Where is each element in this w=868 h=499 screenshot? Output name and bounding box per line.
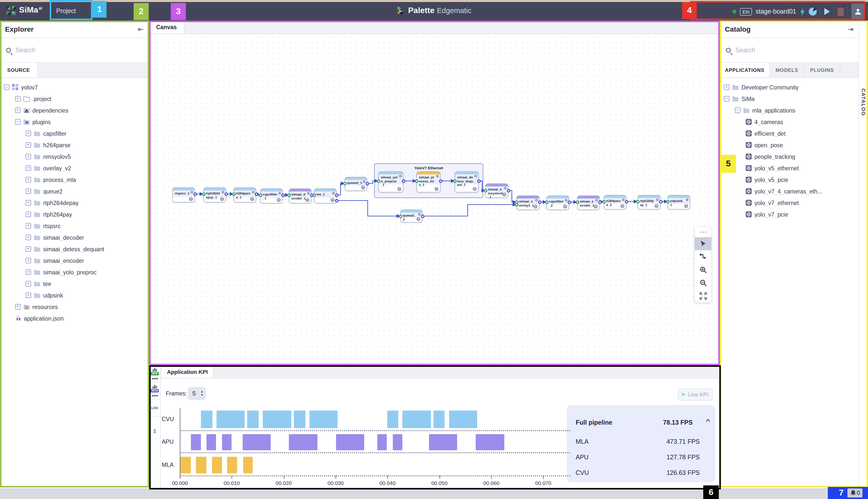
gear-icon[interactable]: ⚙: [436, 174, 439, 178]
connector-icon[interactable]: [695, 250, 711, 263]
output-port[interactable]: [193, 192, 197, 196]
tree-item-application-json[interactable]: application.json: [0, 313, 149, 324]
gear-icon[interactable]: ⚙: [307, 192, 310, 195]
node-udpsink_1[interactable]: udpsink_1 ⚙ ?: [668, 195, 690, 209]
tree-item-people-tracking[interactable]: people_tracking: [720, 151, 858, 162]
gear-icon[interactable]: ⚙: [190, 191, 194, 194]
output-port[interactable]: [477, 179, 481, 183]
fit-screen-icon[interactable]: [695, 290, 711, 303]
run-pipeline-icon[interactable]: [824, 8, 830, 15]
gear-icon[interactable]: ⚙: [595, 198, 598, 202]
expand-icon[interactable]: +: [15, 96, 20, 101]
input-port[interactable]: [575, 200, 579, 204]
help-icon[interactable]: ?: [684, 204, 688, 208]
power-bolt-icon[interactable]: [800, 7, 805, 16]
zoom-out-icon[interactable]: [695, 276, 711, 290]
menu-project[interactable]: Project: [56, 8, 76, 15]
tree-item-yolo-v7-4-cameras-eth-[interactable]: yolo_v7_4_cameras_eth...: [720, 185, 858, 197]
input-port[interactable]: [545, 200, 548, 204]
expand-icon[interactable]: +: [724, 84, 729, 90]
gear-icon[interactable]: ⚙: [504, 186, 507, 190]
help-icon[interactable]: ?: [502, 193, 506, 196]
output-port[interactable]: [625, 200, 628, 203]
node-simaai_process_mla_1[interactable]: simaai_process_mla_1 ⚙ ?: [417, 171, 441, 193]
node-capsfilter_2[interactable]: capsfilter_2 ⚙ ?: [546, 195, 569, 210]
gear-icon[interactable]: ⚙: [251, 191, 255, 194]
collapse-icon[interactable]: −: [735, 108, 740, 113]
tree-item-simaai-encoder[interactable]: +simaai_encoder: [0, 255, 149, 266]
node-simaai_detess_dequant_1[interactable]: simaai_detess_dequant_1 ⚙ ?: [455, 171, 479, 193]
input-port-2[interactable]: [514, 203, 518, 206]
help-icon[interactable]: ?: [434, 187, 438, 191]
help-icon[interactable]: ?: [473, 187, 477, 191]
node-simaai_yolo_preproc_1[interactable]: simaai_yolo_preproc_1 ⚙ ?: [378, 171, 404, 193]
node-rtspsrc_1[interactable]: rtspsrc_1 ⚙ ?: [172, 187, 195, 203]
gear-icon[interactable]: ⚙: [565, 198, 568, 202]
node-rtph264pay_1[interactable]: rtph264pay_1 ⚙ ?: [637, 195, 660, 209]
tree-item-simaai-yolo-preproc[interactable]: +simaai_yolo_preproc: [0, 266, 149, 278]
expand-icon[interactable]: +: [26, 246, 31, 252]
expand-icon[interactable]: +: [26, 142, 31, 148]
tree-item-h264parse[interactable]: +h264parse: [0, 139, 149, 151]
gear-icon[interactable]: ⚙: [535, 198, 538, 202]
tree-item-overlay-v2[interactable]: +overlay_v2: [0, 162, 149, 174]
help-icon[interactable]: ?: [655, 204, 658, 208]
expand-icon[interactable]: +: [15, 304, 20, 309]
help-icon[interactable]: ?: [397, 187, 401, 191]
expand-icon[interactable]: +: [15, 108, 20, 113]
gear-icon[interactable]: ⚙: [278, 192, 281, 195]
input-port[interactable]: [483, 189, 487, 192]
gear-icon[interactable]: ⚙: [418, 212, 421, 216]
node-simaai_encoder_1[interactable]: simaai_encoder_1 ⚙ ?: [577, 195, 600, 210]
kpi-side-mod[interactable]: MOD: [149, 382, 160, 400]
catalog-search-input[interactable]: [735, 47, 836, 54]
cursor-icon[interactable]: [695, 237, 711, 250]
kpi-side-log[interactable]: LOG: [149, 400, 160, 417]
frames-stepper[interactable]: 5 ▲▼: [188, 387, 206, 400]
collapse-icon[interactable]: −: [4, 84, 10, 90]
tree-item-4-cameras[interactable]: 4_cameras: [720, 116, 858, 127]
tree-item-dependencies[interactable]: +dependencies: [0, 105, 149, 116]
help-icon[interactable]: ?: [620, 204, 624, 208]
tree-item-udpsink[interactable]: +udpsink: [0, 290, 149, 301]
tab-models[interactable]: MODELS: [770, 63, 804, 77]
output-port[interactable]: [255, 192, 258, 196]
node-queue2_1[interactable]: queue2_1 ⚙ ?: [345, 177, 367, 191]
help-icon[interactable]: ?: [250, 197, 254, 201]
input-port[interactable]: [636, 200, 639, 203]
input-port[interactable]: [602, 200, 606, 203]
output-port[interactable]: [421, 214, 424, 218]
gear-icon[interactable]: ⚙: [474, 174, 477, 178]
tree-item-queue2[interactable]: +queue2: [0, 185, 149, 197]
output-port[interactable]: [224, 192, 228, 196]
input-port[interactable]: [258, 193, 262, 197]
help-icon[interactable]: ?: [220, 197, 224, 201]
input-port[interactable]: [202, 192, 205, 196]
output-port[interactable]: [659, 200, 662, 203]
help-icon[interactable]: ?: [533, 205, 537, 208]
expand-icon[interactable]: +: [26, 223, 31, 229]
gear-icon[interactable]: ⚙: [399, 174, 402, 178]
zoom-in-icon[interactable]: [695, 263, 711, 276]
live-kpi-button[interactable]: Live KPI: [678, 388, 713, 401]
output-port[interactable]: [335, 193, 338, 197]
expand-icon[interactable]: +: [26, 154, 31, 159]
tree-item-process-mla[interactable]: +process_mla: [0, 174, 149, 185]
stop-pipeline-icon[interactable]: [838, 7, 844, 16]
expand-right-icon[interactable]: ⇥: [848, 25, 853, 33]
expand-icon[interactable]: +: [26, 200, 31, 206]
expand-icon[interactable]: +: [26, 188, 31, 194]
tree-item-rtspsrc[interactable]: +rtspsrc: [0, 220, 149, 232]
tree-item-tee[interactable]: +tee: [0, 278, 149, 290]
tree-item--project[interactable]: +.project: [0, 93, 149, 105]
help-icon[interactable]: ?: [361, 185, 365, 190]
expand-icon[interactable]: +: [26, 269, 31, 275]
gear-icon[interactable]: ⚙: [622, 198, 625, 202]
expand-icon[interactable]: +: [26, 258, 31, 263]
help-icon[interactable]: ?: [277, 198, 281, 202]
tree-item-plugins[interactable]: −plugins: [0, 116, 149, 127]
input-port[interactable]: [287, 193, 290, 197]
help-icon[interactable]: ?: [306, 198, 309, 202]
tab-source[interactable]: SOURCE: [0, 63, 38, 77]
help-icon[interactable]: ?: [563, 205, 567, 208]
